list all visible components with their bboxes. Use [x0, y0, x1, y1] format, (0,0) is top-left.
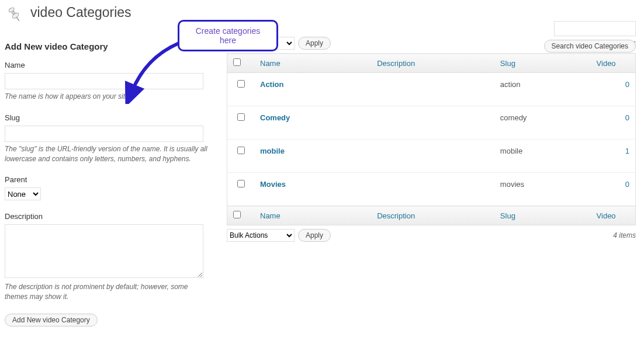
search-button[interactable]: Search video Categories	[544, 40, 636, 53]
table-row: Moviesmovies0	[227, 173, 636, 206]
col-slug[interactable]: Slug	[494, 54, 591, 73]
bulk-actions-top[interactable]: Bulk Actions	[227, 37, 295, 50]
category-link[interactable]: Comedy	[260, 113, 290, 122]
svg-line-3	[16, 17, 19, 21]
video-count-link[interactable]: 0	[625, 80, 629, 89]
row-description	[371, 173, 494, 206]
table-row: mobilemobile1	[227, 140, 636, 173]
category-link[interactable]: mobile	[260, 147, 285, 155]
row-slug: comedy	[494, 106, 591, 140]
row-slug: mobile	[494, 140, 591, 173]
row-description	[371, 73, 494, 106]
row-description	[371, 106, 494, 140]
description-label: Description	[5, 212, 209, 221]
table-row: Actionaction0	[227, 73, 636, 106]
video-count-link[interactable]: 0	[625, 180, 629, 189]
slug-label: Slug	[5, 113, 209, 122]
col-description-foot[interactable]: Description	[371, 206, 494, 225]
form-heading: Add New video Category	[5, 41, 209, 51]
col-video[interactable]: Video	[591, 54, 636, 73]
parent-label: Parent	[5, 175, 209, 184]
row-checkbox[interactable]	[237, 113, 245, 121]
video-count-link[interactable]: 1	[625, 147, 629, 155]
apply-top-button[interactable]: Apply	[298, 37, 331, 50]
slug-help: The "slug" is the URL-friendly version o…	[5, 144, 209, 164]
description-help: The description is not prominent by defa…	[5, 282, 209, 302]
col-slug-foot[interactable]: Slug	[494, 206, 591, 225]
col-video-foot[interactable]: Video	[591, 206, 636, 225]
col-name-foot[interactable]: Name	[254, 206, 371, 225]
row-slug: action	[494, 73, 591, 106]
parent-select[interactable]: None	[5, 187, 41, 200]
select-all-bottom[interactable]	[233, 211, 241, 218]
row-slug: movies	[494, 173, 591, 206]
bulk-actions-bottom[interactable]: Bulk Actions	[227, 229, 295, 242]
row-description	[371, 140, 494, 173]
search-input[interactable]	[554, 21, 636, 36]
select-all-top[interactable]	[233, 58, 241, 66]
name-label: Name	[5, 61, 209, 69]
pin-icon	[5, 5, 26, 26]
category-link[interactable]: Movies	[260, 180, 286, 189]
name-help: The name is how it appears on your site.	[5, 92, 209, 102]
category-link[interactable]: Action	[260, 80, 283, 89]
slug-input[interactable]	[5, 126, 203, 142]
table-row: Comedycomedy0	[227, 106, 636, 140]
col-description[interactable]: Description	[371, 54, 494, 73]
video-count-link[interactable]: 0	[625, 113, 629, 122]
description-textarea[interactable]	[5, 224, 203, 278]
page-title: video Categories	[30, 5, 131, 20]
items-count-bottom: 4 items	[613, 231, 636, 239]
submit-button[interactable]: Add New video Category	[5, 314, 98, 326]
categories-table: Name Description Slug Video Actionaction…	[227, 53, 636, 225]
apply-bottom-button[interactable]: Apply	[298, 229, 331, 242]
col-name[interactable]: Name	[254, 54, 371, 73]
row-checkbox[interactable]	[237, 147, 245, 154]
row-checkbox[interactable]	[237, 80, 245, 88]
row-checkbox[interactable]	[237, 180, 245, 187]
name-input[interactable]	[5, 73, 203, 89]
